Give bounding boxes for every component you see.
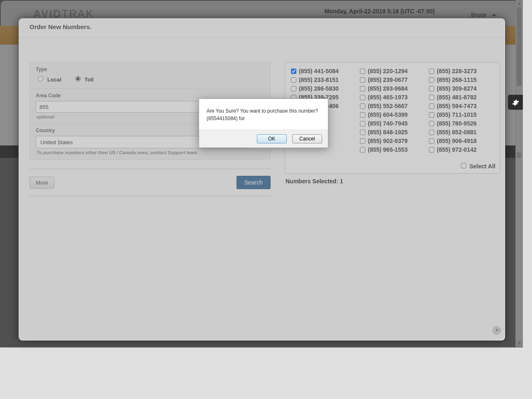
confirm-backdrop [18,18,505,340]
confirm-ok-button[interactable]: OK [257,134,287,143]
confirm-dialog: Are You Sure? You want to purchase this … [199,99,328,148]
gear-icon [512,99,519,106]
confirm-message-2: (8554415084) for [207,115,320,122]
settings-tab[interactable] [508,95,523,110]
confirm-cancel-button[interactable]: Cancel [292,134,322,143]
confirm-message-1: Are You Sure? You want to purchase this … [207,107,320,115]
